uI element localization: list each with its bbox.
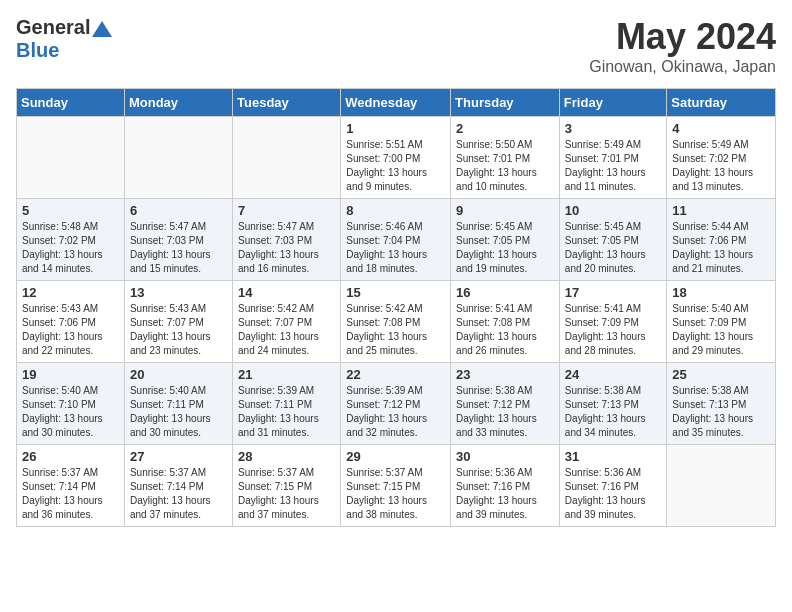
calendar-cell: 21Sunrise: 5:39 AM Sunset: 7:11 PM Dayli…: [233, 363, 341, 445]
day-number: 11: [672, 203, 770, 218]
day-number: 8: [346, 203, 445, 218]
location-subtitle: Ginowan, Okinawa, Japan: [589, 58, 776, 76]
month-year-title: May 2024: [589, 16, 776, 58]
day-number: 18: [672, 285, 770, 300]
day-number: 10: [565, 203, 662, 218]
calendar-cell: 1Sunrise: 5:51 AM Sunset: 7:00 PM Daylig…: [341, 117, 451, 199]
weekday-header-tuesday: Tuesday: [233, 89, 341, 117]
day-number: 23: [456, 367, 554, 382]
day-number: 28: [238, 449, 335, 464]
calendar-cell: 23Sunrise: 5:38 AM Sunset: 7:12 PM Dayli…: [451, 363, 560, 445]
calendar-week-row: 5Sunrise: 5:48 AM Sunset: 7:02 PM Daylig…: [17, 199, 776, 281]
logo-general-text: General: [16, 16, 90, 39]
day-number: 21: [238, 367, 335, 382]
day-info: Sunrise: 5:48 AM Sunset: 7:02 PM Dayligh…: [22, 220, 119, 276]
calendar-cell: 8Sunrise: 5:46 AM Sunset: 7:04 PM Daylig…: [341, 199, 451, 281]
calendar-cell: 17Sunrise: 5:41 AM Sunset: 7:09 PM Dayli…: [559, 281, 667, 363]
calendar-cell: 13Sunrise: 5:43 AM Sunset: 7:07 PM Dayli…: [124, 281, 232, 363]
day-info: Sunrise: 5:39 AM Sunset: 7:11 PM Dayligh…: [238, 384, 335, 440]
calendar-cell: 11Sunrise: 5:44 AM Sunset: 7:06 PM Dayli…: [667, 199, 776, 281]
day-number: 24: [565, 367, 662, 382]
calendar-cell: 24Sunrise: 5:38 AM Sunset: 7:13 PM Dayli…: [559, 363, 667, 445]
day-info: Sunrise: 5:40 AM Sunset: 7:10 PM Dayligh…: [22, 384, 119, 440]
weekday-header-wednesday: Wednesday: [341, 89, 451, 117]
calendar-week-row: 26Sunrise: 5:37 AM Sunset: 7:14 PM Dayli…: [17, 445, 776, 527]
calendar-week-row: 19Sunrise: 5:40 AM Sunset: 7:10 PM Dayli…: [17, 363, 776, 445]
day-number: 4: [672, 121, 770, 136]
calendar-cell: 5Sunrise: 5:48 AM Sunset: 7:02 PM Daylig…: [17, 199, 125, 281]
day-info: Sunrise: 5:49 AM Sunset: 7:01 PM Dayligh…: [565, 138, 662, 194]
calendar-cell: 6Sunrise: 5:47 AM Sunset: 7:03 PM Daylig…: [124, 199, 232, 281]
day-info: Sunrise: 5:47 AM Sunset: 7:03 PM Dayligh…: [130, 220, 227, 276]
weekday-header-sunday: Sunday: [17, 89, 125, 117]
calendar-cell: 14Sunrise: 5:42 AM Sunset: 7:07 PM Dayli…: [233, 281, 341, 363]
calendar-cell: 3Sunrise: 5:49 AM Sunset: 7:01 PM Daylig…: [559, 117, 667, 199]
calendar-week-row: 1Sunrise: 5:51 AM Sunset: 7:00 PM Daylig…: [17, 117, 776, 199]
day-number: 19: [22, 367, 119, 382]
day-number: 30: [456, 449, 554, 464]
weekday-header-monday: Monday: [124, 89, 232, 117]
day-info: Sunrise: 5:45 AM Sunset: 7:05 PM Dayligh…: [565, 220, 662, 276]
day-number: 29: [346, 449, 445, 464]
day-number: 22: [346, 367, 445, 382]
day-number: 1: [346, 121, 445, 136]
calendar-cell: 26Sunrise: 5:37 AM Sunset: 7:14 PM Dayli…: [17, 445, 125, 527]
day-info: Sunrise: 5:38 AM Sunset: 7:12 PM Dayligh…: [456, 384, 554, 440]
day-number: 27: [130, 449, 227, 464]
day-info: Sunrise: 5:37 AM Sunset: 7:14 PM Dayligh…: [22, 466, 119, 522]
day-info: Sunrise: 5:37 AM Sunset: 7:14 PM Dayligh…: [130, 466, 227, 522]
calendar-cell: 7Sunrise: 5:47 AM Sunset: 7:03 PM Daylig…: [233, 199, 341, 281]
day-number: 2: [456, 121, 554, 136]
calendar-cell: 9Sunrise: 5:45 AM Sunset: 7:05 PM Daylig…: [451, 199, 560, 281]
day-info: Sunrise: 5:36 AM Sunset: 7:16 PM Dayligh…: [456, 466, 554, 522]
day-number: 6: [130, 203, 227, 218]
day-info: Sunrise: 5:49 AM Sunset: 7:02 PM Dayligh…: [672, 138, 770, 194]
page-header: General Blue May 2024 Ginowan, Okinawa, …: [16, 16, 776, 76]
day-info: Sunrise: 5:46 AM Sunset: 7:04 PM Dayligh…: [346, 220, 445, 276]
calendar-cell: 18Sunrise: 5:40 AM Sunset: 7:09 PM Dayli…: [667, 281, 776, 363]
day-info: Sunrise: 5:47 AM Sunset: 7:03 PM Dayligh…: [238, 220, 335, 276]
svg-marker-0: [92, 21, 112, 37]
day-number: 26: [22, 449, 119, 464]
calendar-cell: 28Sunrise: 5:37 AM Sunset: 7:15 PM Dayli…: [233, 445, 341, 527]
day-number: 12: [22, 285, 119, 300]
day-number: 17: [565, 285, 662, 300]
weekday-header-row: SundayMondayTuesdayWednesdayThursdayFrid…: [17, 89, 776, 117]
calendar-cell: 16Sunrise: 5:41 AM Sunset: 7:08 PM Dayli…: [451, 281, 560, 363]
day-number: 31: [565, 449, 662, 464]
weekday-header-friday: Friday: [559, 89, 667, 117]
day-info: Sunrise: 5:41 AM Sunset: 7:08 PM Dayligh…: [456, 302, 554, 358]
day-info: Sunrise: 5:37 AM Sunset: 7:15 PM Dayligh…: [238, 466, 335, 522]
day-info: Sunrise: 5:40 AM Sunset: 7:11 PM Dayligh…: [130, 384, 227, 440]
day-number: 20: [130, 367, 227, 382]
calendar-cell: 15Sunrise: 5:42 AM Sunset: 7:08 PM Dayli…: [341, 281, 451, 363]
day-number: 14: [238, 285, 335, 300]
day-info: Sunrise: 5:38 AM Sunset: 7:13 PM Dayligh…: [672, 384, 770, 440]
day-info: Sunrise: 5:40 AM Sunset: 7:09 PM Dayligh…: [672, 302, 770, 358]
calendar-cell: 25Sunrise: 5:38 AM Sunset: 7:13 PM Dayli…: [667, 363, 776, 445]
day-info: Sunrise: 5:42 AM Sunset: 7:08 PM Dayligh…: [346, 302, 445, 358]
calendar-cell: 19Sunrise: 5:40 AM Sunset: 7:10 PM Dayli…: [17, 363, 125, 445]
calendar-cell: 10Sunrise: 5:45 AM Sunset: 7:05 PM Dayli…: [559, 199, 667, 281]
calendar-cell: [233, 117, 341, 199]
calendar-cell: [17, 117, 125, 199]
calendar-cell: [667, 445, 776, 527]
day-info: Sunrise: 5:41 AM Sunset: 7:09 PM Dayligh…: [565, 302, 662, 358]
calendar-cell: [124, 117, 232, 199]
day-info: Sunrise: 5:38 AM Sunset: 7:13 PM Dayligh…: [565, 384, 662, 440]
day-info: Sunrise: 5:44 AM Sunset: 7:06 PM Dayligh…: [672, 220, 770, 276]
calendar-cell: 30Sunrise: 5:36 AM Sunset: 7:16 PM Dayli…: [451, 445, 560, 527]
day-info: Sunrise: 5:37 AM Sunset: 7:15 PM Dayligh…: [346, 466, 445, 522]
day-info: Sunrise: 5:43 AM Sunset: 7:07 PM Dayligh…: [130, 302, 227, 358]
day-info: Sunrise: 5:43 AM Sunset: 7:06 PM Dayligh…: [22, 302, 119, 358]
day-number: 7: [238, 203, 335, 218]
calendar-cell: 20Sunrise: 5:40 AM Sunset: 7:11 PM Dayli…: [124, 363, 232, 445]
calendar-cell: 27Sunrise: 5:37 AM Sunset: 7:14 PM Dayli…: [124, 445, 232, 527]
day-number: 5: [22, 203, 119, 218]
day-info: Sunrise: 5:51 AM Sunset: 7:00 PM Dayligh…: [346, 138, 445, 194]
day-number: 16: [456, 285, 554, 300]
calendar-cell: 31Sunrise: 5:36 AM Sunset: 7:16 PM Dayli…: [559, 445, 667, 527]
weekday-header-thursday: Thursday: [451, 89, 560, 117]
logo-triangle-icon: [92, 19, 112, 39]
calendar-cell: 2Sunrise: 5:50 AM Sunset: 7:01 PM Daylig…: [451, 117, 560, 199]
